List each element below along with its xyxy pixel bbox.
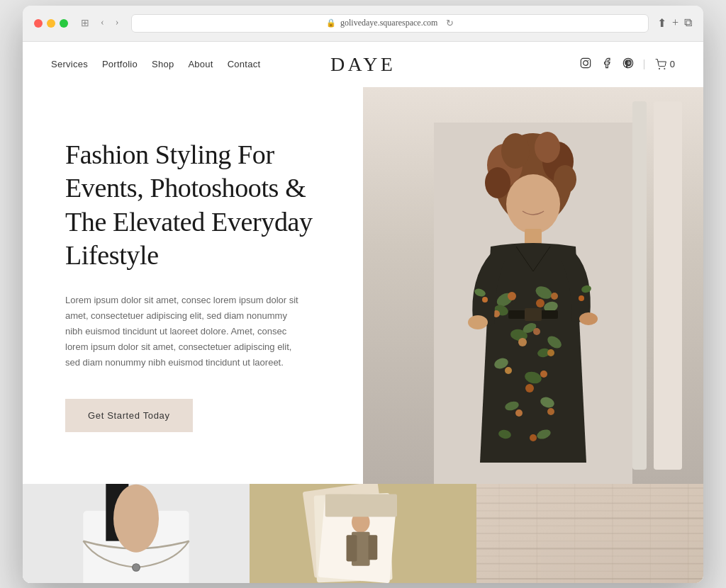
navigation: Services Portfolio Shop About Contact DA… <box>23 42 703 87</box>
gallery-item-photos <box>250 484 476 583</box>
fullscreen-button[interactable] <box>60 19 68 28</box>
svg-point-31 <box>505 367 512 374</box>
nav-about[interactable]: About <box>188 59 213 69</box>
browser-window: ⊞ ‹ › 🔒 golivedaye.squarespace.com ↻ ⬆ +… <box>23 6 703 583</box>
svg-point-54 <box>113 484 159 552</box>
svg-point-12 <box>554 165 576 193</box>
cart-button[interactable]: 0 <box>654 59 675 70</box>
nav-portfolio[interactable]: Portfolio <box>102 59 138 69</box>
hero-person-figure <box>434 123 632 484</box>
pinterest-icon[interactable] <box>622 57 634 72</box>
gallery-item-jewelry <box>23 484 250 583</box>
url-text: golivedaye.squarespace.com <box>340 18 437 28</box>
hero-description: Lorem ipsum dolor sit amet, consec lorem… <box>65 293 306 371</box>
browser-chrome: ⊞ ‹ › 🔒 golivedaye.squarespace.com ↻ ⬆ +… <box>23 6 703 42</box>
svg-rect-61 <box>347 535 357 561</box>
hero-image-background <box>363 87 703 484</box>
svg-point-41 <box>530 434 537 441</box>
svg-point-11 <box>485 167 510 198</box>
hero-title: Fashion Styling For Events, Photoshoots … <box>65 138 335 273</box>
svg-rect-84 <box>476 484 703 583</box>
svg-point-45 <box>482 297 488 303</box>
url-bar[interactable]: 🔒 golivedaye.squarespace.com ↻ <box>131 14 649 33</box>
svg-point-1 <box>583 60 588 65</box>
svg-point-4 <box>664 68 664 69</box>
svg-rect-62 <box>368 535 377 560</box>
nav-divider <box>644 60 644 69</box>
svg-point-38 <box>547 408 554 415</box>
browser-actions: ⬆ + ⧉ <box>657 16 692 30</box>
svg-point-17 <box>508 292 516 300</box>
svg-point-36 <box>515 409 523 417</box>
minimize-button[interactable] <box>47 19 55 28</box>
new-tab-icon[interactable]: + <box>672 16 678 30</box>
close-button[interactable] <box>34 19 43 28</box>
cart-count: 0 <box>670 59 675 69</box>
site-logo[interactable]: DAYE <box>330 53 396 76</box>
gallery-item-texture <box>476 484 703 583</box>
instagram-icon[interactable] <box>580 57 591 72</box>
svg-point-29 <box>547 349 554 356</box>
svg-point-3 <box>659 68 659 69</box>
nav-services[interactable]: Services <box>51 59 88 69</box>
hero-content: Fashion Styling For Events, Photoshoots … <box>23 87 363 484</box>
svg-point-13 <box>506 174 560 234</box>
get-started-button[interactable]: Get Started Today <box>65 399 193 432</box>
hero-section: Fashion Styling For Events, Photoshoots … <box>23 87 703 484</box>
svg-point-53 <box>133 563 140 571</box>
svg-rect-43 <box>525 308 542 321</box>
light-panel-2 <box>632 101 647 470</box>
svg-point-21 <box>536 299 544 307</box>
traffic-lights <box>34 19 68 28</box>
svg-point-10 <box>535 132 560 163</box>
windows-icon[interactable]: ⧉ <box>684 16 692 30</box>
browser-controls: ⊞ ‹ › <box>77 16 123 30</box>
svg-rect-63 <box>325 494 397 516</box>
svg-point-2 <box>588 60 588 60</box>
back-button[interactable]: ‹ <box>96 16 108 30</box>
lock-icon: 🔒 <box>326 18 336 28</box>
share-icon[interactable]: ⬆ <box>657 16 666 30</box>
svg-point-25 <box>518 338 527 346</box>
hero-image <box>363 87 703 484</box>
svg-point-47 <box>579 295 584 301</box>
svg-point-22 <box>551 293 558 300</box>
svg-point-26 <box>533 328 540 335</box>
facebook-icon[interactable] <box>601 57 613 72</box>
svg-point-48 <box>468 315 488 329</box>
svg-point-49 <box>579 312 598 325</box>
nav-right: 0 <box>396 57 675 72</box>
svg-rect-0 <box>581 58 590 67</box>
sidebar-toggle-icon[interactable]: ⊞ <box>77 16 94 30</box>
nav-links-left: Services Portfolio Shop About Contact <box>51 59 330 69</box>
light-panel-1 <box>654 101 682 470</box>
gallery-section <box>23 484 703 583</box>
svg-point-9 <box>501 133 530 169</box>
nav-contact[interactable]: Contact <box>228 59 261 69</box>
refresh-icon[interactable]: ↻ <box>446 18 454 29</box>
nav-shop[interactable]: Shop <box>152 59 174 69</box>
forward-button[interactable]: › <box>111 16 123 30</box>
svg-point-34 <box>540 371 547 378</box>
svg-point-33 <box>525 384 534 392</box>
website-content: Services Portfolio Shop About Contact DA… <box>23 42 703 583</box>
